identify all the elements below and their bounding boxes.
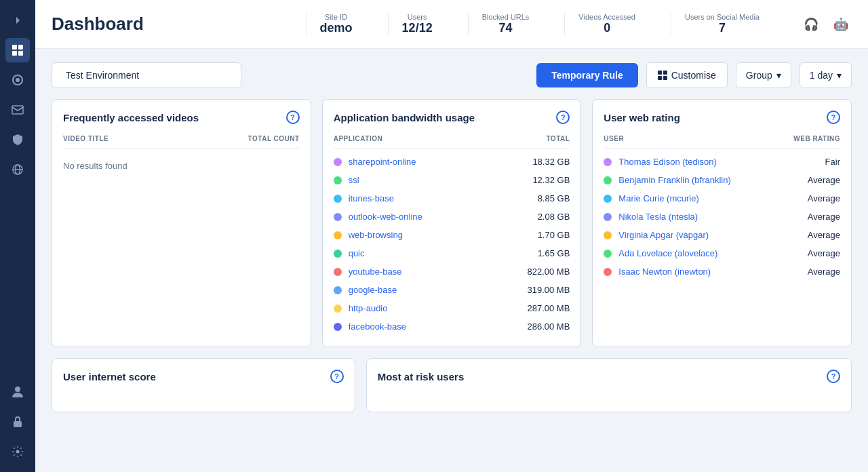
temporary-rule-button[interactable]: Temporary Rule [536,63,638,87]
most-at-risk-title: Most at risk users [378,371,465,382]
network-nav-icon[interactable] [5,157,30,182]
main-cards-row: Frequently accessed videos ? VIDEO TITLE… [52,99,852,347]
col-total-count: TOTAL COUNT [248,135,300,142]
bandwidth-card-title: Application bandwidth usage [334,112,475,123]
stat-social: Users on Social Media 7 [671,13,773,35]
app-row-left: http-audio [334,303,388,313]
stat-site-id-value: demo [320,21,353,35]
stat-users: Users 12/12 [388,13,446,35]
app-row-left: web-browsing [334,230,403,240]
user-row-left: Nikola Tesla (ntesla) [604,212,698,222]
bandwidth-col-headers: APPLICATION TOTAL [334,132,570,149]
day-dropdown[interactable]: 1 day ▾ [800,62,852,88]
user-dot [604,195,612,203]
header-action-icons: 🎧 🤖 [800,14,852,35]
page-title: Dashboard [52,14,144,35]
user-name[interactable]: Thomas Edison (tedison) [618,157,717,167]
user-name[interactable]: Ada Lovelace (alovelace) [618,248,717,258]
bandwidth-app-row: web-browsing 1.70 GB [334,226,570,244]
user-row-left: Benjamin Franklin (bfranklin) [604,175,730,185]
app-name[interactable]: quic [349,248,365,258]
app-dot [334,231,342,239]
environment-label: Test Environment [66,70,139,81]
user-row-left: Marie Curie (mcurie) [604,193,698,203]
sidebar [0,0,35,472]
headphone-icon[interactable]: 🎧 [800,14,822,35]
grid-icon [658,71,667,80]
col-application: APPLICATION [334,135,383,142]
videos-col-headers: VIDEO TITLE TOTAL COUNT [63,132,300,149]
dashboard-nav-icon[interactable] [5,38,30,62]
analytics-nav-icon[interactable] [5,68,30,92]
settings-nav-icon[interactable] [5,439,30,464]
mail-nav-icon[interactable] [5,98,30,122]
user-rating-value: Average [808,248,840,258]
group-dropdown[interactable]: Group ▾ [736,62,791,88]
user-row-left: Virginia Apgar (vapgar) [604,230,709,240]
app-name[interactable]: ssl [349,175,359,185]
content-area: Test Environment Temporary Rule Customis… [35,49,868,472]
app-name[interactable]: sharepoint-online [349,157,416,167]
user-name[interactable]: Nikola Tesla (ntesla) [618,212,698,222]
videos-help-icon[interactable]: ? [286,111,300,124]
app-name[interactable]: google-base [349,285,397,295]
user-rating-row: Benjamin Franklin (bfranklin) Average [604,171,840,189]
stat-users-value: 12/12 [402,21,433,35]
app-total: 286.00 MB [527,321,570,332]
app-total: 12.32 GB [532,175,570,185]
webrating-card: User web rating ? USER WEB RATING Thomas… [592,99,852,347]
user-nav-icon[interactable] [5,380,30,404]
col-total: TOTAL [546,135,570,142]
collapse-nav-icon[interactable] [5,8,30,33]
app-name[interactable]: outlook-web-online [349,212,422,222]
user-dot [604,158,612,166]
bandwidth-help-icon[interactable]: ? [556,111,570,124]
user-dot [604,231,612,239]
bandwidth-app-row: facebook-base 286.00 MB [334,317,570,336]
app-dot [334,304,342,313]
app-row-left: google-base [334,285,397,295]
webrating-help-icon[interactable]: ? [827,111,840,124]
most-at-risk-help-icon[interactable]: ? [827,370,840,383]
stat-blocked-label: Blocked URLs [482,13,530,21]
stat-videos-label: Videos Accessed [578,13,635,21]
chevron-down-icon: ▾ [837,70,842,81]
robot-icon[interactable]: 🤖 [830,14,852,35]
app-name[interactable]: http-audio [349,303,388,313]
lock-nav-icon[interactable] [5,410,30,434]
user-name[interactable]: Benjamin Franklin (bfranklin) [618,175,730,185]
user-name[interactable]: Marie Curie (mcurie) [618,193,698,203]
app-name[interactable]: web-browsing [349,230,403,240]
internet-score-header: User internet score ? [63,370,344,383]
bandwidth-app-row: quic 1.65 GB [334,244,570,262]
user-dot [604,268,612,276]
shield-nav-icon[interactable] [5,127,30,152]
group-label: Group [746,70,772,81]
user-dot [604,250,612,258]
user-rating-value: Average [808,230,840,240]
customise-button[interactable]: Customise [646,62,728,88]
user-name[interactable]: Isaac Newton (inewton) [618,267,711,277]
app-total: 18.32 GB [532,157,570,167]
user-rating-value: Average [808,212,840,222]
user-rating-row: Isaac Newton (inewton) Average [604,262,840,281]
svg-point-10 [15,387,20,392]
internet-score-help-icon[interactable]: ? [330,370,344,383]
webrating-col-headers: USER WEB RATING [604,132,840,149]
svg-point-5 [16,78,20,82]
bandwidth-app-row: sharepoint-online 18.32 GB [334,153,570,171]
app-dot [334,195,342,203]
user-name[interactable]: Virginia Apgar (vapgar) [618,230,709,240]
app-name[interactable]: itunes-base [349,193,394,203]
environment-selector[interactable]: Test Environment [52,62,241,88]
user-rating-row: Thomas Edison (tedison) Fair [604,153,840,171]
app-dot [334,213,342,221]
user-rating-row: Marie Curie (mcurie) Average [604,189,840,208]
bandwidth-app-row: itunes-base 8.85 GB [334,189,570,208]
stat-social-value: 7 [719,21,726,35]
bottom-cards-row: User internet score ? Most at risk users… [52,358,852,412]
app-name[interactable]: youtube-base [349,267,402,277]
app-name[interactable]: facebook-base [349,321,406,332]
stat-social-label: Users on Social Media [685,13,760,21]
stat-site-id: Site ID demo [306,13,366,35]
